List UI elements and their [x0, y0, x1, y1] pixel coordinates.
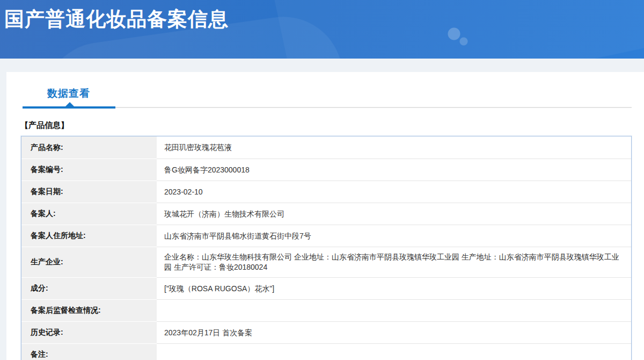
page-title: 国产普通化妆品备案信息 — [0, 0, 644, 33]
row-label: 备案人: — [21, 203, 157, 225]
table-row: 备案人: 玫城花开（济南）生物技术有限公司 — [21, 203, 631, 225]
row-label: 备案日期: — [21, 181, 157, 203]
tab-active-indicator — [23, 106, 115, 109]
left-gutter — [0, 59, 6, 360]
row-value: 2023-02-10 — [157, 181, 631, 203]
section-title: 【产品信息】 — [20, 120, 644, 131]
table-row: 备案人住所地址: 山东省济南市平阴县锦水街道黄石街中段7号 — [21, 225, 631, 247]
caret-up-icon — [65, 102, 74, 106]
row-value: 花田玑密玫瑰花苞液 — [157, 136, 631, 159]
row-label: 备案编号: — [21, 159, 157, 181]
table-row: 备案后监督检查情况: — [21, 299, 631, 321]
table-row: 备案日期: 2023-02-10 — [21, 181, 631, 203]
row-value: 山东省济南市平阴县锦水街道黄石街中段7号 — [157, 225, 631, 247]
page-band — [0, 59, 644, 72]
row-label: 历史记录: — [21, 321, 157, 343]
row-label: 备注: — [21, 343, 157, 360]
product-info-table: 产品名称: 花田玑密玫瑰花苞液 备案编号: 鲁G妆网备字2023000018 备… — [21, 136, 632, 360]
table-row: 成分: ["玫瑰（ROSA RUGOSA）花水"] — [21, 277, 631, 299]
tab-bar: 数据查看 — [6, 72, 644, 109]
page-banner: 国产普通化妆品备案信息 — [0, 0, 644, 59]
row-value: ["玫瑰（ROSA RUGOSA）花水"] — [157, 277, 631, 299]
content-card: 数据查看 【产品信息】 产品名称: 花田玑密玫瑰花苞液 备案编号: 鲁G妆网备字… — [6, 72, 644, 360]
row-value — [157, 299, 631, 321]
row-value — [157, 343, 631, 360]
table-row: 产品名称: 花田玑密玫瑰花苞液 — [21, 136, 631, 159]
tab-data-view[interactable]: 数据查看 — [47, 87, 90, 100]
row-label: 成分: — [21, 277, 157, 299]
row-label: 产品名称: — [21, 136, 157, 159]
row-label: 备案后监督检查情况: — [21, 299, 157, 321]
row-label: 生产企业: — [21, 247, 157, 277]
row-value: 玫城花开（济南）生物技术有限公司 — [157, 203, 631, 225]
table-row: 备注: — [21, 343, 631, 360]
tab-data-view-label: 数据查看 — [47, 88, 90, 99]
row-label: 备案人住所地址: — [21, 225, 157, 247]
row-value: 鲁G妆网备字2023000018 — [157, 159, 631, 181]
table-row: 备案编号: 鲁G妆网备字2023000018 — [21, 159, 631, 181]
table-row: 历史记录: 2023年02月17日 首次备案 — [21, 321, 631, 343]
row-value: 2023年02月17日 首次备案 — [157, 321, 631, 343]
row-value: 企业名称：山东华玫生物科技有限公司 企业地址：山东省济南市平阴县玫瑰镇华玫工业园… — [157, 247, 631, 277]
table-row: 生产企业: 企业名称：山东华玫生物科技有限公司 企业地址：山东省济南市平阴县玫瑰… — [21, 247, 631, 277]
